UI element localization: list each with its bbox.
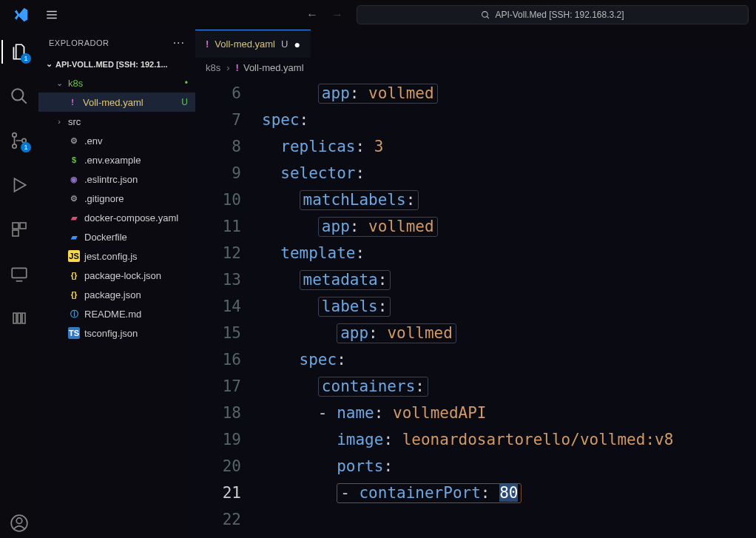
line-gutter: 678910111213141516171819202122 [195, 80, 262, 538]
scm-badge: 1 [21, 142, 31, 152]
explorer-badge: 1 [21, 53, 31, 64]
chevron-down-icon: ⌄ [46, 59, 53, 69]
nav-back-icon[interactable]: ← [306, 8, 318, 21]
svg-rect-6 [20, 223, 26, 229]
tab-vollmed-yaml[interactable]: ! Voll-med.yaml U ● [195, 30, 311, 58]
json-icon: {} [68, 269, 80, 281]
tree-label: README.md [84, 309, 141, 320]
yaml-icon: ! [236, 62, 239, 73]
folder-root-label: API-VOLL.MED [SSH: 192.1... [55, 60, 168, 69]
tab-git-status: U [281, 38, 288, 50]
activity-account[interactable] [1, 508, 37, 538]
tree-folder-k8s[interactable]: ⌄ k8s • [38, 73, 195, 93]
dollar-icon: $ [68, 154, 80, 166]
editor-group: ! Voll-med.yaml U ● k8s › ! Voll-med.yam… [195, 30, 756, 538]
svg-point-3 [13, 144, 16, 148]
breadcrumb-file[interactable]: ! Voll-med.yaml [236, 62, 304, 73]
docker-compose-icon: ▰ [68, 212, 80, 223]
tree-label: docker-compose.yaml [84, 212, 178, 223]
tree-label: Dockerfile [84, 232, 127, 243]
tree-label: .gitignore [84, 193, 124, 204]
tree-label: tsconfig.json [84, 328, 138, 339]
svg-point-1 [12, 89, 23, 100]
tab-label: Voll-med.yaml [215, 38, 275, 50]
activity-other[interactable] [1, 303, 37, 333]
command-center-label: API-Voll.Med [SSH: 192.168.3.2] [495, 10, 624, 20]
code-content[interactable]: app: vollmed spec: replicas: 3 selector:… [262, 80, 756, 538]
folder-root[interactable]: ⌄ API-VOLL.MED [SSH: 192.1... [38, 56, 195, 72]
activity-extensions[interactable] [1, 215, 37, 244]
tree-label: .env.example [84, 155, 141, 166]
activity-bar: 1 1 [0, 30, 38, 538]
git-status-dot: • [185, 78, 188, 88]
menu-icon[interactable] [41, 8, 63, 21]
svg-point-0 [482, 11, 488, 17]
git-status: U [181, 97, 188, 107]
tree-label: .eslintrc.json [84, 174, 138, 185]
tree-file-eslintrc[interactable]: ◉ .eslintrc.json [38, 169, 195, 189]
tree-file-package-json[interactable]: {} package.json [38, 285, 195, 304]
tree-file-docker-compose[interactable]: ▰ docker-compose.yaml [38, 208, 195, 227]
editor-tabs: ! Voll-med.yaml U ● [195, 30, 756, 58]
js-icon: JS [68, 250, 80, 262]
svg-point-2 [13, 133, 16, 137]
yaml-icon: ! [206, 38, 209, 50]
chevron-down-icon: ⌄ [55, 78, 64, 88]
tree-file-readme[interactable]: ⓘ README.md [38, 304, 195, 323]
tree-label: src [68, 116, 81, 127]
sidebar-more-icon[interactable]: ··· [173, 36, 185, 50]
activity-run-debug[interactable] [1, 170, 37, 200]
breadcrumbs[interactable]: k8s › ! Voll-med.yaml [195, 58, 756, 77]
nav-forward-icon[interactable]: → [331, 8, 343, 21]
tree-label: package.json [84, 289, 141, 300]
tree-file-env[interactable]: ⚙ .env [38, 131, 195, 150]
gear-icon: ⚙ [68, 135, 80, 147]
command-center[interactable]: API-Voll.Med [SSH: 192.168.3.2] [357, 5, 749, 24]
tree-file-package-lock[interactable]: {} package-lock.json [38, 266, 195, 285]
tree-label: package-lock.json [84, 270, 161, 281]
tree-label: Voll-med.yaml [83, 97, 144, 108]
vscode-logo [0, 7, 41, 23]
chevron-right-icon: › [55, 117, 64, 126]
tree-file-env-example[interactable]: $ .env.example [38, 150, 195, 169]
yaml-icon: ! [67, 96, 78, 108]
docker-icon: ▰ [68, 231, 80, 243]
info-icon: ⓘ [68, 308, 80, 320]
svg-rect-5 [13, 223, 18, 229]
svg-rect-8 [12, 268, 27, 278]
tree-label: .env [84, 135, 103, 147]
editor[interactable]: 678910111213141516171819202122 app: voll… [195, 77, 756, 538]
tree-label: k8s [68, 78, 83, 89]
explorer-sidebar: EXPLORADOR ··· ⌄ API-VOLL.MED [SSH: 192.… [38, 30, 195, 538]
tree-file-vollmed-yaml[interactable]: ! Voll-med.yaml U [38, 93, 195, 112]
file-tree: ⌄ k8s • ! Voll-med.yaml U › src ⚙ .env $… [38, 72, 195, 344]
breadcrumb-label: Voll-med.yaml [243, 62, 304, 73]
sidebar-title: EXPLORADOR [49, 38, 109, 47]
tree-folder-src[interactable]: › src [38, 112, 195, 131]
ts-icon: TS [68, 327, 80, 339]
json-icon: {} [68, 289, 80, 300]
svg-point-10 [16, 518, 22, 524]
activity-remote[interactable] [1, 259, 37, 289]
chevron-right-icon: › [226, 62, 229, 73]
activity-source-control[interactable]: 1 [1, 126, 37, 155]
svg-rect-7 [13, 230, 18, 236]
tree-file-dockerfile[interactable]: ▰ Dockerfile [38, 227, 195, 246]
tree-file-tsconfig[interactable]: TS tsconfig.json [38, 323, 195, 343]
tab-dirty-icon[interactable]: ● [294, 38, 300, 50]
gear-icon: ⚙ [68, 192, 80, 204]
title-bar: ← → API-Voll.Med [SSH: 192.168.3.2] [0, 0, 756, 30]
activity-search[interactable] [1, 81, 37, 111]
tree-file-jest-config[interactable]: JS jest.config.js [38, 246, 195, 266]
search-icon [481, 10, 490, 20]
tree-file-gitignore[interactable]: ⚙ .gitignore [38, 189, 195, 208]
nav-arrows: ← → [293, 8, 357, 21]
sidebar-header: EXPLORADOR ··· [38, 30, 195, 56]
tree-label: jest.config.js [84, 251, 138, 262]
activity-explorer[interactable]: 1 [1, 37, 37, 67]
eslint-icon: ◉ [68, 173, 80, 185]
breadcrumb-seg[interactable]: k8s [206, 62, 220, 73]
